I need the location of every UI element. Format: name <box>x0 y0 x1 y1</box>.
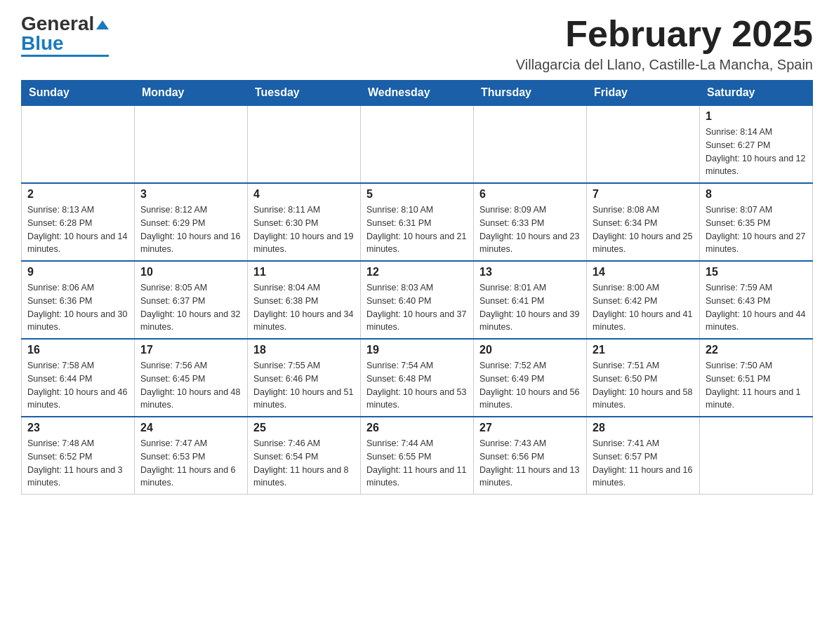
calendar-day-cell: 26Sunrise: 7:44 AM Sunset: 6:55 PM Dayli… <box>361 417 474 495</box>
calendar-day-cell: 18Sunrise: 7:55 AM Sunset: 6:46 PM Dayli… <box>248 339 361 417</box>
day-info: Sunrise: 7:56 AM Sunset: 6:45 PM Dayligh… <box>140 359 241 412</box>
day-number: 27 <box>479 422 581 434</box>
day-info: Sunrise: 8:08 AM Sunset: 6:34 PM Dayligh… <box>593 203 694 256</box>
day-number: 20 <box>479 344 581 356</box>
calendar-day-cell: 27Sunrise: 7:43 AM Sunset: 6:56 PM Dayli… <box>474 417 587 495</box>
logo: General Blue <box>21 14 109 57</box>
page-header: General Blue February 2025 Villagarcia d… <box>21 14 813 73</box>
day-number: 23 <box>27 422 128 434</box>
calendar-week-row: 1Sunrise: 8:14 AM Sunset: 6:27 PM Daylig… <box>22 105 813 183</box>
calendar-day-cell: 10Sunrise: 8:05 AM Sunset: 6:37 PM Dayli… <box>135 261 248 339</box>
calendar-day-cell: 2Sunrise: 8:13 AM Sunset: 6:28 PM Daylig… <box>22 183 135 261</box>
day-number: 17 <box>140 344 241 356</box>
calendar-day-cell: 6Sunrise: 8:09 AM Sunset: 6:33 PM Daylig… <box>474 183 587 261</box>
day-info: Sunrise: 8:09 AM Sunset: 6:33 PM Dayligh… <box>479 203 581 256</box>
calendar-day-cell: 1Sunrise: 8:14 AM Sunset: 6:27 PM Daylig… <box>700 105 813 183</box>
calendar-day-cell: 28Sunrise: 7:41 AM Sunset: 6:57 PM Dayli… <box>587 417 700 495</box>
day-number: 21 <box>593 344 694 356</box>
logo-blue: Blue <box>21 32 64 54</box>
calendar-day-cell: 12Sunrise: 8:03 AM Sunset: 6:40 PM Dayli… <box>361 261 474 339</box>
calendar-day-cell: 25Sunrise: 7:46 AM Sunset: 6:54 PM Dayli… <box>248 417 361 495</box>
logo-general: General <box>21 13 94 34</box>
calendar-day-cell: 22Sunrise: 7:50 AM Sunset: 6:51 PM Dayli… <box>700 339 813 417</box>
day-number: 14 <box>593 266 694 279</box>
header-tuesday: Tuesday <box>248 81 361 106</box>
day-info: Sunrise: 8:00 AM Sunset: 6:42 PM Dayligh… <box>593 281 694 334</box>
day-info: Sunrise: 8:11 AM Sunset: 6:30 PM Dayligh… <box>253 203 355 256</box>
day-info: Sunrise: 8:05 AM Sunset: 6:37 PM Dayligh… <box>140 281 241 334</box>
day-number: 1 <box>706 110 807 123</box>
calendar-day-cell: 19Sunrise: 7:54 AM Sunset: 6:48 PM Dayli… <box>361 339 474 417</box>
day-number: 15 <box>706 266 807 279</box>
calendar-day-cell <box>22 105 135 183</box>
day-info: Sunrise: 8:04 AM Sunset: 6:38 PM Dayligh… <box>253 281 355 334</box>
header-thursday: Thursday <box>474 81 587 106</box>
day-info: Sunrise: 8:01 AM Sunset: 6:41 PM Dayligh… <box>479 281 581 334</box>
day-info: Sunrise: 7:41 AM Sunset: 6:57 PM Dayligh… <box>593 437 694 490</box>
calendar-day-cell <box>700 417 813 495</box>
calendar-day-cell: 4Sunrise: 8:11 AM Sunset: 6:30 PM Daylig… <box>248 183 361 261</box>
calendar-day-cell: 24Sunrise: 7:47 AM Sunset: 6:53 PM Dayli… <box>135 417 248 495</box>
day-number: 26 <box>366 422 468 434</box>
day-info: Sunrise: 7:59 AM Sunset: 6:43 PM Dayligh… <box>706 281 807 334</box>
calendar-day-cell: 11Sunrise: 8:04 AM Sunset: 6:38 PM Dayli… <box>248 261 361 339</box>
header-friday: Friday <box>587 81 700 106</box>
day-number: 4 <box>253 188 355 201</box>
calendar-day-cell: 5Sunrise: 8:10 AM Sunset: 6:31 PM Daylig… <box>361 183 474 261</box>
day-info: Sunrise: 8:12 AM Sunset: 6:29 PM Dayligh… <box>140 203 241 256</box>
day-number: 16 <box>27 344 128 356</box>
calendar-header-row: Sunday Monday Tuesday Wednesday Thursday… <box>22 81 813 106</box>
calendar-day-cell <box>135 105 248 183</box>
calendar-day-cell: 7Sunrise: 8:08 AM Sunset: 6:34 PM Daylig… <box>587 183 700 261</box>
calendar-week-row: 2Sunrise: 8:13 AM Sunset: 6:28 PM Daylig… <box>22 183 813 261</box>
calendar-day-cell <box>248 105 361 183</box>
month-year-title: February 2025 <box>516 14 813 54</box>
calendar-day-cell <box>361 105 474 183</box>
day-number: 3 <box>140 188 241 201</box>
day-number: 11 <box>253 266 355 279</box>
calendar-day-cell: 23Sunrise: 7:48 AM Sunset: 6:52 PM Dayli… <box>22 417 135 495</box>
day-info: Sunrise: 7:48 AM Sunset: 6:52 PM Dayligh… <box>27 437 128 490</box>
day-number: 12 <box>366 266 468 279</box>
day-info: Sunrise: 7:47 AM Sunset: 6:53 PM Dayligh… <box>140 437 241 490</box>
day-info: Sunrise: 8:03 AM Sunset: 6:40 PM Dayligh… <box>366 281 468 334</box>
calendar-day-cell: 13Sunrise: 8:01 AM Sunset: 6:41 PM Dayli… <box>474 261 587 339</box>
day-number: 7 <box>593 188 694 201</box>
logo-underline <box>21 55 109 57</box>
day-number: 13 <box>479 266 581 279</box>
day-info: Sunrise: 7:51 AM Sunset: 6:50 PM Dayligh… <box>593 359 694 412</box>
calendar-day-cell <box>474 105 587 183</box>
calendar-day-cell: 9Sunrise: 8:06 AM Sunset: 6:36 PM Daylig… <box>22 261 135 339</box>
header-sunday: Sunday <box>22 81 135 106</box>
header-wednesday: Wednesday <box>361 81 474 106</box>
day-number: 25 <box>253 422 355 434</box>
day-info: Sunrise: 7:54 AM Sunset: 6:48 PM Dayligh… <box>366 359 468 412</box>
day-number: 18 <box>253 344 355 356</box>
calendar-day-cell <box>587 105 700 183</box>
calendar-day-cell: 8Sunrise: 8:07 AM Sunset: 6:35 PM Daylig… <box>700 183 813 261</box>
day-number: 19 <box>366 344 468 356</box>
day-number: 8 <box>706 188 807 201</box>
day-info: Sunrise: 8:14 AM Sunset: 6:27 PM Dayligh… <box>706 126 807 178</box>
day-info: Sunrise: 7:55 AM Sunset: 6:46 PM Dayligh… <box>253 359 355 412</box>
header-saturday: Saturday <box>700 81 813 106</box>
day-number: 5 <box>366 188 468 201</box>
calendar-day-cell: 15Sunrise: 7:59 AM Sunset: 6:43 PM Dayli… <box>700 261 813 339</box>
day-info: Sunrise: 8:06 AM Sunset: 6:36 PM Dayligh… <box>27 281 128 334</box>
calendar-day-cell: 16Sunrise: 7:58 AM Sunset: 6:44 PM Dayli… <box>22 339 135 417</box>
day-info: Sunrise: 7:44 AM Sunset: 6:55 PM Dayligh… <box>366 437 468 490</box>
day-number: 10 <box>140 266 241 279</box>
calendar-day-cell: 3Sunrise: 8:12 AM Sunset: 6:29 PM Daylig… <box>135 183 248 261</box>
day-number: 6 <box>479 188 581 201</box>
day-number: 9 <box>27 266 128 279</box>
calendar-day-cell: 21Sunrise: 7:51 AM Sunset: 6:50 PM Dayli… <box>587 339 700 417</box>
day-info: Sunrise: 7:58 AM Sunset: 6:44 PM Dayligh… <box>27 359 128 412</box>
day-number: 2 <box>27 188 128 201</box>
calendar-day-cell: 20Sunrise: 7:52 AM Sunset: 6:49 PM Dayli… <box>474 339 587 417</box>
day-number: 28 <box>593 422 694 434</box>
day-number: 24 <box>140 422 241 434</box>
day-info: Sunrise: 7:52 AM Sunset: 6:49 PM Dayligh… <box>479 359 581 412</box>
day-info: Sunrise: 8:07 AM Sunset: 6:35 PM Dayligh… <box>706 203 807 256</box>
calendar-day-cell: 14Sunrise: 8:00 AM Sunset: 6:42 PM Dayli… <box>587 261 700 339</box>
calendar-day-cell: 17Sunrise: 7:56 AM Sunset: 6:45 PM Dayli… <box>135 339 248 417</box>
